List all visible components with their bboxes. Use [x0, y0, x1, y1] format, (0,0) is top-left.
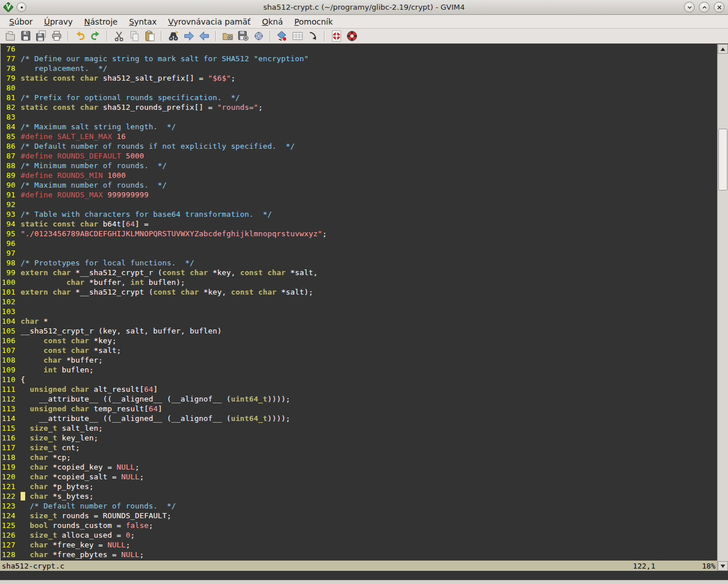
- menu-buffers[interactable]: Vyrovnávacia pamäť: [163, 16, 256, 27]
- code-line-124: 124 size_t rounds = ROUNDS_DEFAULT;: [2, 511, 717, 521]
- code-segment: /* Table with characters for base64 tran…: [21, 210, 272, 218]
- code-segment: size_t: [30, 511, 57, 520]
- tool-redo-button[interactable]: [88, 29, 103, 43]
- tool-find-button[interactable]: [165, 29, 181, 43]
- tool-help-button[interactable]: [329, 29, 344, 43]
- scroll-down-button[interactable]: [718, 561, 728, 571]
- line-number: 94: [2, 219, 21, 229]
- code-segment: [21, 346, 43, 355]
- code-segment: *salt);: [276, 288, 313, 296]
- code-segment: *key,: [199, 288, 231, 296]
- line-number: 121: [2, 482, 21, 491]
- title-bar[interactable]: sha512-crypt.c (~/programy/glibc-2.19/cr…: [0, 0, 728, 15]
- code-segment: [21, 472, 30, 481]
- code-line-90: 90/* Maximum number of rounds. */: [2, 180, 717, 190]
- tool-open-button[interactable]: [2, 29, 18, 43]
- code-segment: ))));: [267, 414, 290, 423]
- code-line-112: 112 __attribute__ ((__aligned__ (__align…: [2, 394, 717, 404]
- code-segment: const char: [43, 346, 89, 355]
- code-segment: 999999999: [108, 190, 149, 199]
- tool-undo-button[interactable]: [72, 29, 88, 43]
- find-prev-icon: [198, 30, 211, 42]
- status-line: sha512-crypt.c 122,1 18%: [0, 561, 717, 571]
- code-segment: /* Minimum number of rounds. */: [21, 161, 167, 170]
- code-line-111: 111 unsigned char alt_result[64]: [2, 384, 717, 394]
- tool-find-next-button[interactable]: [181, 29, 196, 43]
- line-number: 99: [2, 268, 21, 277]
- code-segment: *buffer;: [62, 356, 103, 364]
- code-segment: *p_bytes;: [48, 482, 94, 491]
- code-line-121: 121 char *p_bytes;: [2, 482, 717, 491]
- code-segment: *s_bytes;: [48, 492, 94, 500]
- code-line-102: 102: [2, 297, 717, 307]
- maximize-button[interactable]: [699, 2, 710, 13]
- line-number: 126: [2, 530, 21, 540]
- code-line-94: 94static const char b64t[64] =: [2, 219, 717, 229]
- window-menu-button[interactable]: [17, 2, 26, 12]
- line-number: 93: [2, 209, 21, 219]
- window-title: sha512-crypt.c (~/programy/glibc-2.19/cr…: [0, 3, 728, 11]
- status-percent: 18%: [655, 562, 715, 570]
- code-segment: __sha512_crypt_r (key, salt, buffer, buf…: [21, 327, 221, 335]
- tool-make-button[interactable]: [274, 29, 290, 43]
- toolbar-separator: [324, 31, 325, 41]
- code-segment: bool: [30, 521, 48, 530]
- line-number: 127: [2, 540, 21, 550]
- code-segment: const char: [163, 268, 208, 277]
- menu-help[interactable]: Pomocník: [288, 16, 338, 27]
- menu-syntax[interactable]: Syntax: [123, 16, 162, 27]
- code-line-95: 95"./0123456789ABCDEFGHIJKLMNOPQRSTUVWXY…: [2, 229, 717, 239]
- code-segment: char: [30, 463, 48, 471]
- code-line-104: 104char *: [2, 316, 717, 326]
- line-number: 89: [2, 170, 21, 180]
- tool-run-script-button[interactable]: [251, 29, 266, 43]
- code-segment: [21, 463, 30, 471]
- tool-cut-button[interactable]: [111, 29, 126, 43]
- menu-tools[interactable]: Nástroje: [78, 16, 123, 27]
- tool-save-all-button[interactable]: [33, 29, 49, 43]
- tool-save-button[interactable]: [18, 29, 33, 43]
- code-segment: {: [21, 375, 25, 384]
- line-number: 106: [2, 336, 21, 345]
- toolbar: [0, 29, 728, 44]
- menu-edit[interactable]: Úpravy: [38, 16, 78, 27]
- code-segment: uint64_t: [231, 395, 267, 403]
- code-line-100: 100 char *buffer, int buflen);: [2, 277, 717, 287]
- code-line-117: 117 size_t cnt;: [2, 443, 717, 452]
- tool-find-prev-button[interactable]: [196, 29, 212, 43]
- text-area[interactable]: 7677/* Define our magic string to mark s…: [0, 44, 717, 561]
- menu-file[interactable]: Súbor: [3, 16, 38, 27]
- minimize-button[interactable]: [684, 2, 695, 13]
- line-number: 76: [2, 44, 21, 54]
- code-segment: #define ROUNDS_DEFAULT: [21, 152, 126, 160]
- code-segment: 1000: [108, 171, 126, 180]
- code-line-108: 108 char *buffer;: [2, 355, 717, 365]
- tool-load-session-button[interactable]: [220, 29, 235, 43]
- command-line[interactable]: [0, 571, 728, 580]
- code-segment: ;: [258, 103, 263, 112]
- tool-save-session-button[interactable]: [235, 29, 251, 43]
- tool-print-button[interactable]: [49, 29, 64, 43]
- tool-build-tags-button[interactable]: [290, 29, 305, 43]
- scrollbar-thumb[interactable]: [718, 129, 727, 190]
- toolbar-separator: [270, 31, 271, 41]
- vertical-scrollbar[interactable]: [717, 44, 728, 571]
- tool-find-help-button[interactable]: [344, 29, 359, 43]
- line-number: 90: [2, 180, 21, 190]
- code-segment: false: [126, 521, 149, 530]
- code-segment: *salt,: [286, 268, 318, 277]
- line-number: 114: [2, 414, 21, 423]
- scroll-up-button[interactable]: [718, 44, 728, 54]
- close-button[interactable]: [714, 2, 725, 13]
- tool-paste-button[interactable]: [142, 29, 157, 43]
- tool-tag-jump-button[interactable]: [305, 29, 321, 43]
- triangle-down-icon: [721, 565, 725, 568]
- tool-copy-button[interactable]: [126, 29, 142, 43]
- code-segment: 16: [117, 132, 126, 141]
- menu-windows[interactable]: Okná: [256, 16, 289, 27]
- code-segment: /* Default number of rounds. */: [30, 502, 176, 510]
- find-help-icon: [346, 30, 358, 42]
- code-segment: key_len;: [57, 434, 98, 442]
- code-segment: [21, 521, 30, 530]
- line-number: 103: [2, 307, 21, 316]
